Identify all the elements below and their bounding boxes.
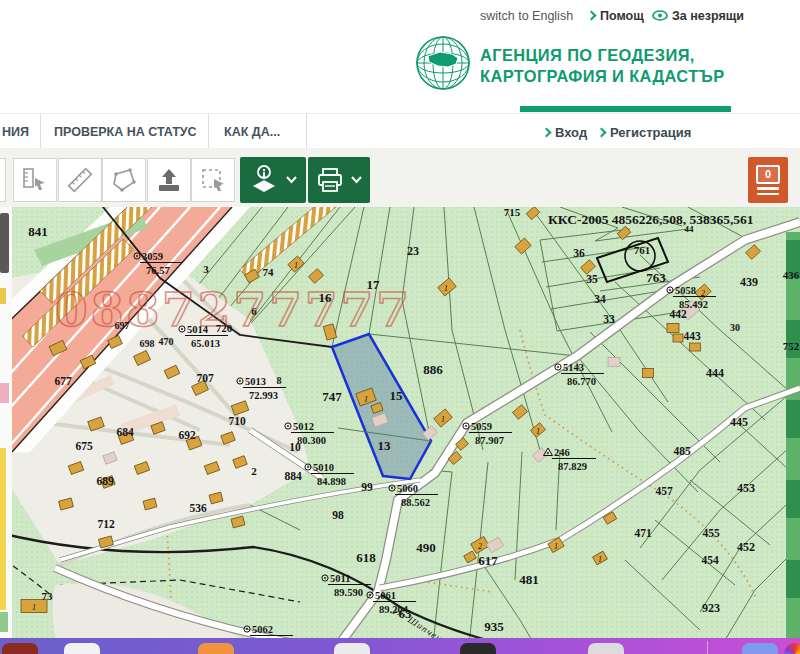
svg-text:752: 752 (783, 340, 800, 352)
crs-coordinates-readout: ККС-2005 4856226,508, 538365,561 (548, 212, 754, 227)
svg-text:617: 617 (478, 553, 498, 568)
nav-separator (208, 114, 209, 149)
svg-text:8: 8 (277, 375, 282, 386)
svg-text:5061: 5061 (375, 590, 396, 601)
svg-text:1: 1 (554, 542, 558, 551)
svg-text:1: 1 (444, 284, 448, 293)
layers-info-button[interactable] (240, 157, 306, 203)
svg-text:6: 6 (251, 305, 257, 317)
dock-icon-white-2[interactable] (334, 643, 370, 654)
cart-count-badge: 0 (756, 165, 780, 184)
measure-coordinates-button[interactable] (13, 158, 57, 202)
svg-text:1: 1 (598, 555, 602, 564)
svg-text:2: 2 (251, 465, 257, 477)
svg-text:707: 707 (196, 372, 214, 384)
svg-text:485: 485 (673, 445, 691, 457)
svg-text:443: 443 (683, 330, 701, 342)
dock-icon-maroon[interactable] (2, 643, 38, 654)
save-view-button[interactable] (147, 158, 191, 202)
login-link[interactable]: Вход (543, 125, 587, 140)
dock-icon-globe[interactable] (784, 643, 800, 654)
svg-text:1: 1 (364, 395, 368, 404)
svg-text:761: 761 (634, 244, 651, 256)
watermark-phone: 0887277777 (55, 282, 412, 337)
svg-text:36: 36 (573, 247, 585, 259)
svg-text:1: 1 (294, 261, 298, 270)
svg-text:89.590: 89.590 (334, 587, 363, 598)
measure-distance-button[interactable] (58, 158, 102, 202)
page: switch to English Помощ За незрящи АГЕНЦ… (0, 0, 800, 654)
svg-text:246: 246 (554, 447, 570, 458)
dock-icon-orange[interactable] (198, 643, 234, 654)
svg-text:1: 1 (441, 415, 445, 424)
upload-icon (155, 166, 183, 194)
svg-text:23: 23 (407, 244, 419, 258)
svg-text:677: 677 (54, 375, 72, 387)
chevron-right-icon (587, 11, 597, 21)
help-link[interactable]: Помощ (588, 9, 644, 23)
svg-text:692: 692 (178, 429, 196, 441)
documents-cart-button[interactable]: 0 (748, 157, 788, 203)
svg-text:618: 618 (356, 550, 376, 565)
svg-text:436: 436 (783, 269, 800, 281)
svg-text:935: 935 (484, 619, 504, 634)
svg-text:98: 98 (332, 509, 344, 521)
svg-text:15: 15 (390, 388, 404, 403)
cadastral-map[interactable]: 0887277777 84171523171663747204708677707… (0, 207, 800, 654)
svg-text:457: 457 (655, 485, 673, 497)
svg-text:88.562: 88.562 (401, 497, 430, 508)
svg-text:886: 886 (423, 362, 443, 377)
brand-underline (520, 106, 731, 112)
register-link[interactable]: Регистрация (598, 125, 691, 140)
svg-text:1: 1 (32, 603, 36, 612)
svg-text:490: 490 (416, 540, 436, 555)
svg-text:33: 33 (603, 313, 615, 325)
svg-text:698: 698 (140, 338, 155, 349)
nav-separator (40, 114, 41, 149)
switch-language-link[interactable]: switch to English (480, 9, 573, 23)
svg-text:452: 452 (737, 540, 755, 554)
tab-status-check[interactable]: ПРОВЕРКА НА СТАТУС (54, 125, 197, 139)
svg-text:5011: 5011 (330, 573, 350, 584)
dock-icon-gray[interactable] (588, 643, 624, 654)
dock-icon-white[interactable] (64, 643, 100, 654)
print-button[interactable] (308, 157, 370, 203)
dock-icon-black[interactable] (460, 643, 496, 654)
measure-area-button[interactable] (102, 158, 146, 202)
dock-icon-blue[interactable] (742, 643, 778, 654)
svg-text:85.492: 85.492 (679, 299, 708, 310)
svg-text:689: 689 (96, 475, 114, 487)
svg-text:76.57: 76.57 (146, 265, 170, 276)
svg-text:84.898: 84.898 (317, 476, 346, 487)
svg-text:481: 481 (519, 572, 539, 587)
left-edge (0, 207, 12, 654)
chevron-right-icon (597, 128, 607, 138)
select-region-button[interactable] (191, 158, 235, 202)
svg-text:13: 13 (378, 438, 392, 453)
svg-text:5060: 5060 (397, 483, 418, 494)
svg-text:73: 73 (42, 590, 54, 602)
svg-text:712: 712 (97, 518, 115, 530)
tab-how-to[interactable]: КАК ДА... (224, 125, 280, 139)
svg-text:715: 715 (504, 207, 521, 218)
panel-collapse-handle[interactable] (0, 213, 9, 273)
svg-text:16: 16 (319, 290, 333, 305)
info-layers-icon (249, 164, 279, 196)
svg-text:471: 471 (634, 527, 652, 539)
svg-text:30: 30 (730, 322, 740, 333)
polygon-icon (110, 166, 138, 194)
chevron-right-icon (542, 128, 552, 138)
tab-truncated[interactable]: НИЯ (2, 125, 29, 139)
svg-text:72.993: 72.993 (249, 390, 278, 401)
tool-partial-button[interactable] (0, 158, 6, 202)
svg-text:536: 536 (189, 502, 207, 514)
svg-text:884: 884 (284, 470, 302, 482)
svg-text:453: 453 (737, 481, 755, 495)
accessibility-link[interactable]: За незрящи (652, 9, 744, 23)
system-dock[interactable] (0, 638, 800, 654)
svg-text:65.013: 65.013 (191, 338, 220, 349)
agency-name: АГЕНЦИЯ ПО ГЕОДЕЗИЯ, КАРТОГРАФИЯ И КАДАС… (480, 45, 725, 87)
svg-text:86.770: 86.770 (567, 376, 596, 387)
svg-text:80.300: 80.300 (297, 435, 326, 446)
svg-text:5062: 5062 (252, 624, 273, 635)
